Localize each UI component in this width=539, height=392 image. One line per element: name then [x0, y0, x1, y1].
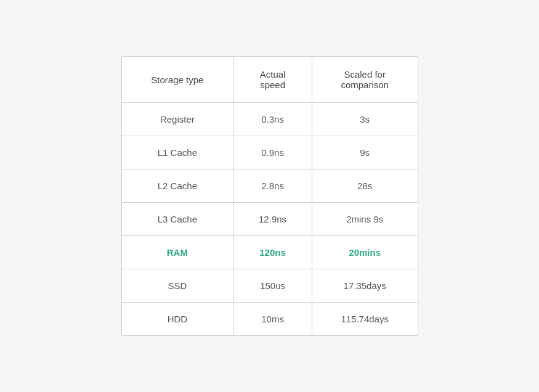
cell-actual-speed-l2-cache: 2.8ns: [233, 169, 312, 203]
cell-storage-type-register: Register: [122, 103, 233, 136]
cell-storage-type-ram: RAM: [122, 236, 233, 269]
table-header-row: Storage type Actualspeed Scaled forcompa…: [122, 57, 418, 103]
table-row: RAM120ns20mins: [122, 236, 418, 269]
cell-storage-type-l2-cache: L2 Cache: [122, 169, 233, 203]
cell-scaled-l2-cache: 28s: [312, 169, 417, 203]
cell-scaled-ssd: 17.35days: [312, 269, 417, 303]
cell-scaled-ram: 20mins: [312, 236, 417, 269]
cell-actual-speed-l1-cache: 0.9ns: [233, 136, 312, 169]
cell-actual-speed-ram: 120ns: [233, 236, 312, 269]
header-actual-speed: Actualspeed: [233, 57, 312, 103]
storage-comparison-table: Storage type Actualspeed Scaled forcompa…: [121, 56, 418, 336]
table-row: L2 Cache2.8ns28s: [122, 169, 418, 203]
cell-storage-type-ssd: SSD: [122, 269, 233, 303]
cell-actual-speed-ssd: 150us: [233, 269, 312, 303]
cell-actual-speed-hdd: 10ms: [233, 303, 312, 336]
cell-scaled-l3-cache: 2mins 9s: [312, 203, 417, 236]
table-row: L3 Cache12.9ns2mins 9s: [122, 203, 418, 236]
cell-scaled-hdd: 115.74days: [312, 303, 417, 336]
cell-storage-type-l1-cache: L1 Cache: [122, 136, 233, 169]
header-storage-type: Storage type: [122, 57, 233, 103]
header-scaled: Scaled forcomparison: [312, 57, 417, 103]
table-row: HDD10ms115.74days: [122, 303, 418, 336]
table-row: SSD150us17.35days: [122, 269, 418, 303]
cell-scaled-register: 3s: [312, 103, 417, 136]
cell-actual-speed-l3-cache: 12.9ns: [233, 203, 312, 236]
table-row: L1 Cache0.9ns9s: [122, 136, 418, 169]
cell-storage-type-hdd: HDD: [122, 303, 233, 336]
cell-actual-speed-register: 0.3ns: [233, 103, 312, 136]
cell-storage-type-l3-cache: L3 Cache: [122, 203, 233, 236]
cell-scaled-l1-cache: 9s: [312, 136, 417, 169]
table-row: Register0.3ns3s: [122, 103, 418, 136]
